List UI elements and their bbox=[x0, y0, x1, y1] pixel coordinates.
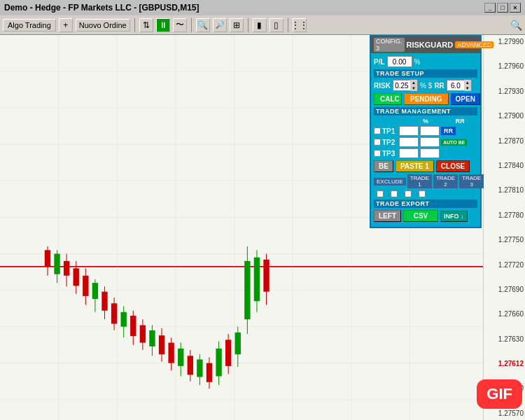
svg-rect-61 bbox=[244, 261, 250, 319]
info-btn[interactable]: INFO ↓ bbox=[440, 211, 468, 222]
tp2-pct-input[interactable] bbox=[399, 137, 419, 147]
tp2-checkbox[interactable] bbox=[374, 139, 381, 146]
zoom-in-icon[interactable]: 🔍 bbox=[196, 18, 210, 32]
exclude-row: EXCLUDE TRADE 1 TRADE 2 TRADE 3 bbox=[374, 174, 477, 188]
risk-spin-down[interactable]: ▼ bbox=[410, 85, 417, 91]
trade2-check[interactable] bbox=[405, 190, 412, 197]
pending-btn[interactable]: PENDING bbox=[404, 93, 449, 105]
be-btn[interactable]: BE bbox=[374, 160, 393, 172]
maximize-btn[interactable]: □ bbox=[497, 3, 508, 13]
algo-trading-btn[interactable]: Algo Trading bbox=[3, 19, 56, 31]
exclude-btn[interactable]: EXCLUDE bbox=[374, 178, 406, 186]
bar2-icon[interactable]: ▯ bbox=[270, 18, 284, 32]
svg-rect-41 bbox=[149, 330, 155, 346]
wave-icon[interactable]: 〜 bbox=[173, 18, 187, 32]
tp1-pct-input[interactable] bbox=[399, 126, 419, 136]
pl-pct: % bbox=[414, 58, 421, 66]
svg-rect-47 bbox=[178, 349, 183, 366]
price-13: 1.27630 bbox=[485, 335, 524, 343]
trade-mgmt-label: TRADE MANAGEMENT bbox=[374, 107, 477, 115]
trade-setup-label: TRADE SETUP bbox=[374, 69, 477, 78]
paste-btn[interactable]: PASTE 1 bbox=[396, 160, 434, 172]
risk-label: RISK bbox=[374, 82, 391, 90]
svg-rect-21 bbox=[54, 254, 59, 274]
advanced-badge: ADVANCED bbox=[455, 41, 493, 48]
arrows-icon[interactable]: ⇅ bbox=[139, 18, 153, 32]
risk-spin-btns: ▲ ▼ bbox=[410, 80, 417, 91]
trade2-btn[interactable]: TRADE 2 bbox=[433, 174, 458, 188]
risk-spinner[interactable]: ▲ ▼ bbox=[393, 80, 418, 91]
zoom-out-icon[interactable]: 🔎 bbox=[213, 18, 227, 32]
rg-title-group: CONFIG. 3 RISKGUARD ADVANCED bbox=[374, 38, 493, 52]
trade1-btn[interactable]: TRADE 1 bbox=[407, 174, 432, 188]
bar1-icon[interactable]: ▮ bbox=[253, 18, 267, 32]
pause-icon[interactable]: ⏸ bbox=[156, 18, 170, 32]
svg-rect-23 bbox=[64, 261, 69, 276]
svg-rect-49 bbox=[188, 356, 193, 374]
svg-rect-39 bbox=[140, 326, 146, 343]
trade-col-headers: % RR bbox=[374, 118, 477, 125]
risk-row: RISK ▲ ▼ % $ RR ▲ ▼ bbox=[374, 80, 477, 91]
col-pct-header bbox=[381, 118, 402, 125]
rr-spin-up[interactable]: ▲ bbox=[464, 80, 471, 85]
csv-btn[interactable]: CSV bbox=[403, 210, 438, 222]
price-3: 1.27930 bbox=[485, 88, 524, 95]
rr-spin-down[interactable]: ▼ bbox=[464, 85, 471, 91]
title-bar: Demo - Hedge - FP Markets LLC - [GBPUSD,… bbox=[0, 0, 525, 15]
tp3-rr-input[interactable] bbox=[420, 148, 440, 158]
trade1-check[interactable] bbox=[391, 190, 398, 197]
close-trade-btn[interactable]: CLOSE bbox=[436, 160, 470, 172]
toolbar: Algo Trading + Nuovo Ordine ⇅ ⏸ 〜 🔍 🔎 ⊞ … bbox=[0, 15, 525, 35]
window-controls[interactable]: _ □ × bbox=[484, 3, 521, 13]
tp2-rr-input[interactable] bbox=[420, 137, 440, 147]
close-btn[interactable]: × bbox=[510, 3, 521, 13]
exclude-check[interactable] bbox=[377, 190, 384, 197]
more-icon[interactable]: ⋮⋮ bbox=[293, 18, 307, 32]
svg-rect-25 bbox=[74, 268, 79, 286]
trade3-check[interactable] bbox=[419, 190, 426, 197]
price-current: 1.27612 bbox=[485, 360, 524, 368]
risk-input[interactable] bbox=[393, 80, 410, 90]
rr-spinner[interactable]: ▲ ▼ bbox=[447, 80, 472, 91]
trade3-btn[interactable]: TRADE 3 bbox=[459, 174, 484, 188]
search-btn[interactable]: 🔍 bbox=[510, 20, 522, 31]
gif-badge: GIF bbox=[477, 379, 522, 409]
separator-4 bbox=[288, 18, 288, 32]
price-8: 1.27780 bbox=[485, 211, 524, 219]
svg-rect-31 bbox=[102, 292, 107, 311]
rr-spin-btns: ▲ ▼ bbox=[464, 80, 471, 91]
trade-checkboxes-row bbox=[377, 190, 477, 197]
tp1-checkbox[interactable] bbox=[374, 127, 381, 134]
tp1-rr-input[interactable] bbox=[420, 126, 440, 136]
separator-1 bbox=[134, 18, 135, 32]
action-buttons-row: CALC PENDING OPEN bbox=[374, 93, 477, 105]
price-2: 1.27960 bbox=[485, 62, 524, 70]
svg-rect-55 bbox=[216, 349, 221, 377]
open-btn[interactable]: OPEN bbox=[451, 93, 480, 105]
svg-rect-27 bbox=[83, 276, 88, 296]
tp3-pct-input[interactable] bbox=[399, 148, 419, 158]
svg-rect-45 bbox=[168, 343, 174, 363]
pl-input[interactable] bbox=[387, 56, 412, 67]
minimize-btn[interactable]: _ bbox=[484, 3, 496, 13]
auto-be-btn[interactable]: AUTO BE bbox=[441, 139, 467, 146]
risk-dollar: $ bbox=[428, 82, 433, 90]
rr-input[interactable] bbox=[447, 80, 464, 90]
riskguard-panel: CONFIG. 3 RISKGUARD ADVANCED × P/L % TRA… bbox=[370, 35, 482, 228]
chart-grid-icon[interactable]: ⊞ bbox=[230, 18, 244, 32]
pl-label: P/L bbox=[374, 58, 385, 66]
svg-rect-57 bbox=[225, 340, 231, 365]
left-btn[interactable]: LEFT bbox=[374, 210, 401, 222]
col-pct-label: % bbox=[415, 118, 436, 125]
new-order-label[interactable]: Nuovo Ordine bbox=[76, 19, 130, 31]
price-15: 1.27570 bbox=[485, 410, 524, 417]
price-5: 1.27870 bbox=[485, 137, 524, 145]
tp2-label: TP2 bbox=[382, 139, 398, 146]
rg-close-btn[interactable]: × bbox=[493, 40, 498, 50]
new-order-icon[interactable]: + bbox=[59, 18, 73, 32]
price-7: 1.27810 bbox=[485, 186, 524, 194]
calc-btn[interactable]: CALC bbox=[374, 93, 402, 105]
risk-spin-up[interactable]: ▲ bbox=[410, 80, 417, 85]
tp3-checkbox[interactable] bbox=[374, 150, 381, 157]
svg-rect-51 bbox=[197, 360, 202, 377]
